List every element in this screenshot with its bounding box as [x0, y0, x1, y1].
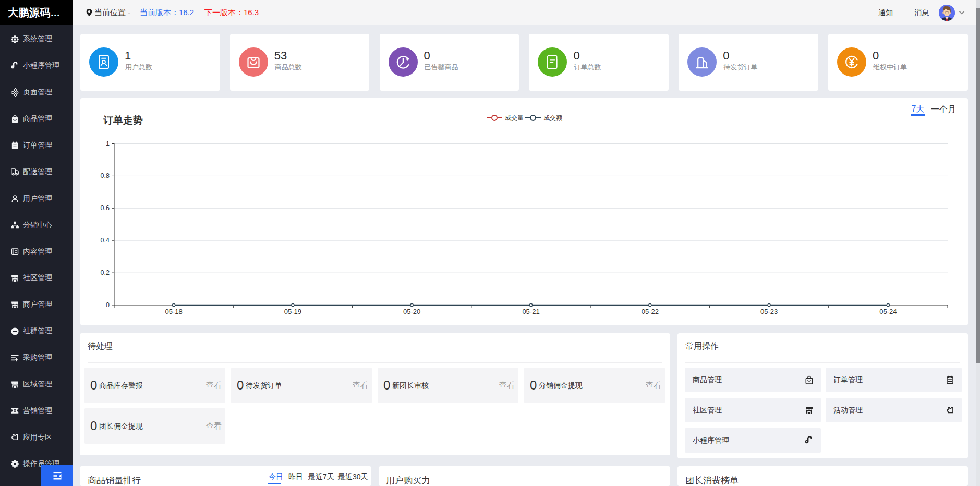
svg-text:0: 0 [106, 301, 110, 309]
svg-text:05-18: 05-18 [165, 308, 182, 315]
svg-text:成交额: 成交额 [543, 114, 562, 122]
svg-text:05-19: 05-19 [284, 308, 301, 315]
svg-text:0.2: 0.2 [101, 269, 110, 276]
svg-text:05-24: 05-24 [879, 308, 897, 315]
svg-text:05-21: 05-21 [522, 308, 539, 315]
svg-text:05-22: 05-22 [642, 308, 659, 315]
svg-text:0.4: 0.4 [101, 237, 110, 244]
svg-text:0.6: 0.6 [101, 204, 110, 212]
svg-text:05-23: 05-23 [760, 308, 778, 315]
svg-text:05-20: 05-20 [403, 308, 420, 315]
svg-text:0.8: 0.8 [101, 172, 110, 179]
svg-text:成交量: 成交量 [505, 114, 524, 122]
svg-text:1: 1 [106, 140, 110, 148]
